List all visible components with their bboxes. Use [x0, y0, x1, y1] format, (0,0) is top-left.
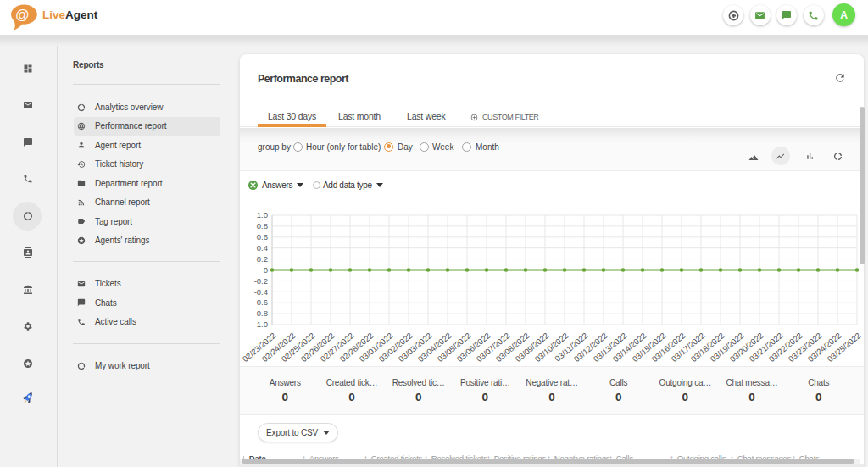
svg-text:0.2: 0.2: [257, 254, 268, 264]
svg-text:-1.0: -1.0: [254, 320, 268, 329]
svg-text:0: 0: [264, 265, 268, 275]
svg-text:@: @: [15, 7, 30, 22]
svg-text:-0.6: -0.6: [254, 297, 268, 307]
svg-text:1.0: 1.0: [257, 210, 268, 220]
svg-text:-0.8: -0.8: [254, 309, 268, 318]
svg-text:-0.2: -0.2: [254, 276, 268, 286]
svg-text:0.6: 0.6: [257, 232, 268, 242]
svg-text:0.8: 0.8: [257, 221, 268, 231]
svg-text:-0.4: -0.4: [254, 287, 268, 297]
svg-text:0.4: 0.4: [257, 243, 268, 253]
